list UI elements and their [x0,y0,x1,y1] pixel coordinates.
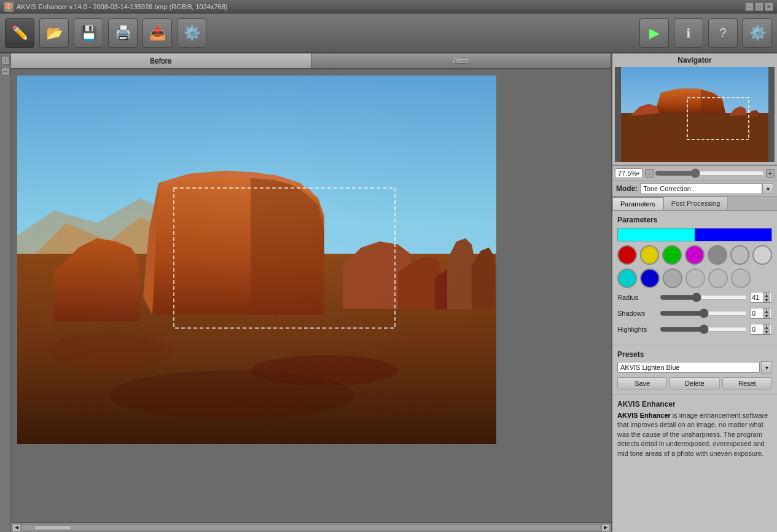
title-bar: 🎨 AKVIS Enhancer v.14.0 - 2008-03-14-135… [0,0,777,14]
swatch-gray1[interactable] [708,245,727,265]
swatch-red[interactable] [617,245,637,265]
tab-parameters[interactable]: Parameters [612,197,663,210]
h-scroll-track[interactable] [22,525,600,530]
about-title: AKVIS Enhancer [617,400,772,409]
highlights-slider[interactable] [660,324,748,334]
zoom-plus-button[interactable]: + [766,169,775,178]
swatch-yellow[interactable] [640,245,660,265]
radius-spin-down[interactable]: ▼ [763,297,770,302]
radius-value: 41 [752,294,759,301]
zoom-display[interactable]: 77.5% ▾ [615,168,642,178]
h-scrollbar: ◀ ▶ [11,522,611,532]
shadows-value-box: 0 ▲ ▼ [750,308,772,319]
info-button[interactable]: ℹ [674,18,703,48]
view-tabs: Before After [11,53,611,69]
main-layout: ↕ ↔ Before After [0,53,777,532]
navigator-section: Navigator [612,53,777,166]
save-button[interactable]: 💾 [74,18,103,48]
highlights-spin-down[interactable]: ▼ [763,329,770,334]
image-container[interactable] [11,69,611,522]
radius-row: Radius 41 ▲ ▼ [617,292,772,303]
swatch-disabled-2 [708,268,728,288]
swatch-gray4[interactable] [663,268,682,288]
presets-section: Presets AKVIS Lighten Blue ▾ Save Delete… [612,345,777,394]
help-button[interactable]: ? [708,18,738,48]
radius-value-box: 41 ▲ ▼ [750,292,772,303]
highlights-value: 0 [752,326,756,333]
print-button[interactable]: 🖨️ [108,18,138,48]
preferences-button[interactable]: ⚙️ [743,18,772,48]
zoom-slider[interactable] [655,169,765,178]
preset-dropdown-button[interactable]: ▾ [761,361,772,374]
swatches-row-2 [617,268,772,288]
swatch-cyan[interactable] [617,268,637,288]
mode-value-display[interactable]: Tone Correction [640,183,762,194]
enhance-tool-button[interactable]: ✏️ [5,18,34,48]
left-tool-1[interactable]: ↕ [1,56,10,65]
shadows-value: 0 [752,310,756,317]
zoom-bar: 77.5% ▾ - + [612,166,777,181]
minimize-button[interactable]: ─ [745,2,754,11]
swatch-gray2[interactable] [730,245,750,265]
preset-reset-button[interactable]: Reset [722,377,772,389]
shadows-label: Shadows [617,310,657,317]
highlights-slider-container [660,324,748,334]
highlights-spin-up[interactable]: ▲ [763,324,770,329]
swatches-row-1 [617,245,772,265]
zoom-minus-button[interactable]: - [645,169,654,178]
radius-spin: ▲ ▼ [763,292,770,302]
highlights-row: Highlights 0 ▲ ▼ [617,324,772,335]
scroll-right-button[interactable]: ▶ [601,524,610,531]
zoom-dropdown-arrow[interactable]: ▾ [637,171,639,176]
left-tool-2[interactable]: ↔ [1,67,10,76]
about-section: AKVIS Enhancer AKVIS Enhancer is image e… [612,394,777,463]
run-button[interactable]: ▶ [639,18,669,48]
radius-slider[interactable] [660,292,748,302]
tab-before[interactable]: Before [11,53,311,68]
window-title: AKVIS Enhancer v.14.0 - 2008-03-14-13592… [17,3,227,10]
preset-save-button[interactable]: Save [617,377,667,389]
swatch-purple[interactable] [685,245,705,265]
highlights-spin: ▲ ▼ [763,324,770,334]
h-scroll-thumb[interactable] [34,525,71,530]
params-title: Parameters [617,216,772,224]
sub-tabs: Parameters Post Processing [612,197,777,211]
shadows-slider-container [660,308,748,318]
app-icon: 🎨 [4,2,14,12]
svg-rect-18 [17,76,496,444]
svg-rect-21 [621,113,768,162]
swatch-gray3[interactable] [752,245,772,265]
shadows-spin-up[interactable]: ▲ [763,308,770,313]
swatch-blue[interactable] [640,268,660,288]
right-toolbar: ▶ ℹ ? ⚙️ [639,18,772,48]
radius-slider-container [660,292,748,302]
right-panel: Navigator [611,53,777,532]
radius-spin-up[interactable]: ▲ [763,292,770,297]
scroll-left-button[interactable]: ◀ [12,524,21,531]
tab-after[interactable]: After [311,53,612,68]
maximize-button[interactable]: □ [755,2,763,11]
about-brand: AKVIS Enhancer [617,412,671,419]
swatch-disabled-3 [731,268,751,288]
preset-select[interactable]: AKVIS Lighten Blue [617,362,760,373]
shadows-spin: ▲ ▼ [763,308,770,318]
params-content: Parameters [612,211,777,345]
shadows-slider[interactable] [660,308,748,318]
open-button[interactable]: 📂 [39,18,69,48]
shadows-spin-down[interactable]: ▼ [763,313,770,318]
left-panel: ↕ ↔ [0,53,11,532]
preset-delete-button[interactable]: Delete [670,377,719,389]
preset-select-row: AKVIS Lighten Blue ▾ [617,361,772,374]
export-button[interactable]: 📤 [143,18,172,48]
navigator-thumb [615,67,775,162]
window-controls: ─ □ ✕ [745,2,773,11]
highlights-value-box: 0 ▲ ▼ [750,324,772,335]
preset-buttons: Save Delete Reset [617,377,772,389]
tab-post-processing[interactable]: Post Processing [663,197,728,210]
swatch-green[interactable] [662,245,682,265]
close-button[interactable]: ✕ [765,2,773,11]
settings-button[interactable]: ⚙️ [177,18,206,48]
radius-label: Radius [617,294,657,301]
mode-dropdown-button[interactable]: ▾ [762,183,773,194]
main-image [17,76,496,444]
